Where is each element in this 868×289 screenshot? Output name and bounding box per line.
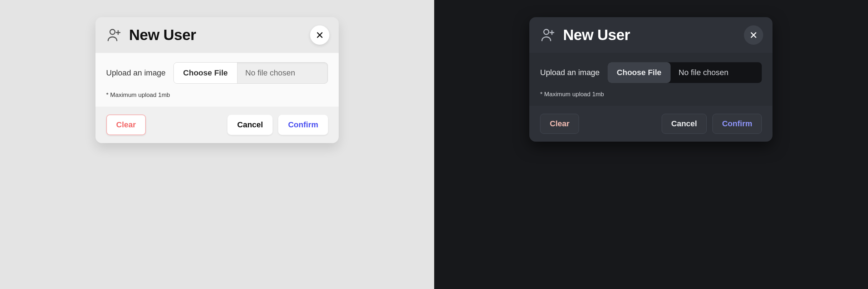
dialog-footer: Clear Cancel Confirm: [95, 107, 339, 143]
clear-button[interactable]: Clear: [540, 114, 579, 134]
close-button[interactable]: [310, 25, 329, 45]
dialog-footer: Clear Cancel Confirm: [529, 106, 773, 142]
choose-file-button[interactable]: Choose File: [174, 63, 237, 83]
confirm-button[interactable]: Confirm: [712, 114, 762, 134]
file-picker[interactable]: Choose File No file chosen: [173, 62, 328, 84]
choose-file-button[interactable]: Choose File: [608, 62, 671, 83]
close-icon: [316, 31, 324, 39]
svg-point-0: [110, 29, 115, 34]
upload-row: Upload an image Choose File No file chos…: [106, 62, 328, 84]
upload-label: Upload an image: [540, 68, 599, 77]
dialog-header: New User: [95, 17, 339, 53]
add-user-icon: [106, 28, 121, 43]
cancel-button[interactable]: Cancel: [662, 114, 707, 134]
file-status-text: No file chosen: [237, 63, 328, 83]
confirm-button[interactable]: Confirm: [278, 115, 328, 135]
file-picker[interactable]: Choose File No file chosen: [608, 62, 762, 83]
dialog-title: New User: [129, 26, 196, 44]
upload-hint: * Maximum upload 1mb: [540, 91, 762, 98]
add-user-icon: [540, 28, 555, 43]
cancel-button[interactable]: Cancel: [227, 115, 273, 135]
close-icon: [750, 31, 757, 39]
dialog-body: Upload an image Choose File No file chos…: [529, 53, 773, 106]
close-button[interactable]: [744, 25, 763, 45]
dialog-body: Upload an image Choose File No file chos…: [95, 53, 339, 107]
new-user-dialog: New User Upload an image Choose File No …: [529, 17, 773, 142]
clear-button[interactable]: Clear: [106, 114, 146, 135]
dialog-title: New User: [563, 26, 630, 44]
light-theme-panel: New User Upload an image Choose File No …: [0, 0, 434, 289]
dark-theme-panel: New User Upload an image Choose File No …: [434, 0, 868, 289]
dialog-header: New User: [529, 17, 773, 53]
new-user-dialog: New User Upload an image Choose File No …: [95, 17, 339, 143]
file-status-text: No file chosen: [671, 62, 762, 83]
upload-label: Upload an image: [106, 68, 166, 78]
upload-row: Upload an image Choose File No file chos…: [540, 62, 762, 83]
upload-hint: * Maximum upload 1mb: [106, 92, 328, 99]
svg-point-5: [544, 29, 549, 34]
